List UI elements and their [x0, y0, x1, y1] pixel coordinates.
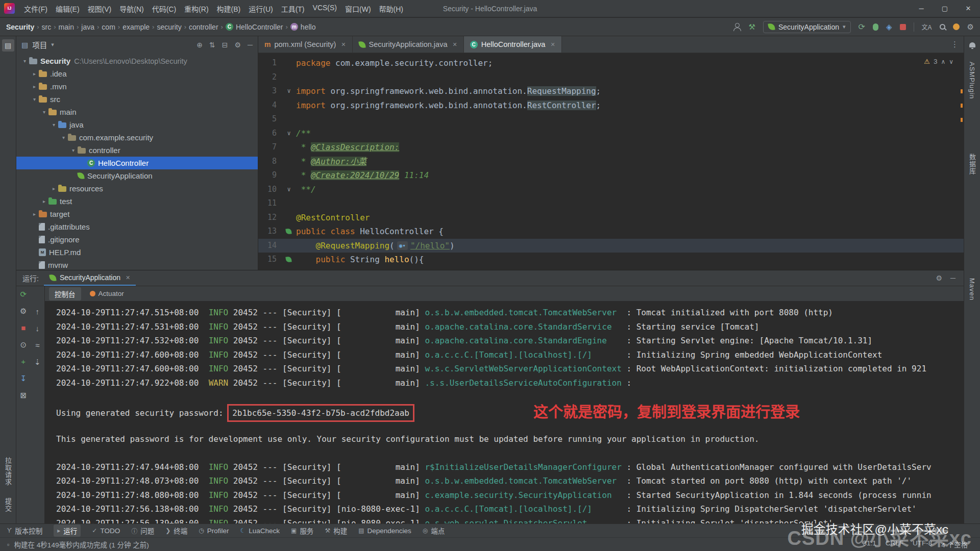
- minimize-button[interactable]: ─: [910, 0, 933, 17]
- expand-all-icon[interactable]: ⇅: [209, 41, 215, 49]
- dump-threads-icon[interactable]: ↧: [20, 374, 27, 383]
- run-tab[interactable]: SecurityApplication ✕: [44, 270, 136, 286]
- locate-file-icon[interactable]: ⊕: [197, 41, 203, 49]
- menu-item[interactable]: 运行(U): [244, 2, 277, 15]
- stop-icon[interactable]: ■: [21, 324, 26, 332]
- update-notification-icon[interactable]: [953, 23, 960, 30]
- toolwindow-button-run[interactable]: ▸运行: [54, 524, 81, 537]
- tree-item-securityapplication[interactable]: SecurityApplication: [16, 169, 258, 182]
- menu-item[interactable]: 重构(R): [180, 2, 212, 15]
- close-tab-icon[interactable]: ✕: [452, 41, 457, 48]
- run-settings-gear-icon[interactable]: ⚙: [936, 274, 943, 282]
- toolwindow-button-profiler[interactable]: ◷Profiler: [199, 527, 229, 535]
- menu-item[interactable]: 导航(N): [115, 2, 148, 15]
- coverage-icon[interactable]: ◈: [886, 22, 892, 32]
- rerun-application-button[interactable]: ⟳: [859, 22, 865, 32]
- right-strip-label[interactable]: Maven: [968, 278, 976, 300]
- toolwindow-button-build[interactable]: ⚒构建: [325, 525, 347, 536]
- rerun-icon[interactable]: ⟳: [20, 290, 27, 298]
- menu-item[interactable]: 构建(B): [213, 2, 245, 15]
- project-tool-button[interactable]: ▤: [2, 39, 14, 52]
- tree-item--gitignore[interactable]: .gitignore: [16, 233, 258, 246]
- menu-item[interactable]: 文件(F): [20, 2, 52, 15]
- breadcrumb-item[interactable]: java: [81, 23, 94, 31]
- toolwindow-button-dependencies[interactable]: ▤Dependencies: [358, 527, 411, 535]
- tree-item-security[interactable]: ▾SecurityC:\Users\Lenovo\Desktop\Securit…: [16, 55, 258, 67]
- editor-tab[interactable]: SecurityApplication.java✕: [353, 36, 464, 53]
- menu-item[interactable]: 代码(C): [148, 2, 180, 15]
- search-everywhere-icon[interactable]: [940, 24, 945, 30]
- toolwindow-corner-icon[interactable]: ▫: [7, 541, 10, 548]
- close-tab-icon[interactable]: ✕: [341, 41, 346, 48]
- console-tab[interactable]: Actuator: [84, 288, 130, 299]
- inspections-widget[interactable]: ⚠ 3 ∧ ∨: [924, 58, 953, 65]
- editor-tab[interactable]: CHelloController.java✕: [464, 36, 562, 53]
- edit-configuration-icon[interactable]: ⚙: [20, 307, 27, 315]
- spring-bean-gutter-icon[interactable]: [285, 256, 291, 262]
- menu-item[interactable]: 窗口(W): [341, 2, 375, 15]
- close-tab-icon[interactable]: ✕: [126, 274, 130, 281]
- user-profile-icon[interactable]: [733, 23, 741, 31]
- left-strip-label[interactable]: 拉取请求: [3, 457, 13, 486]
- tree-item--mvn[interactable]: ▸.mvn: [16, 80, 258, 93]
- notifications-bell-icon[interactable]: [969, 42, 975, 47]
- left-strip-label[interactable]: 提交: [3, 498, 13, 512]
- tree-item-mvnw[interactable]: mvnw: [16, 259, 258, 270]
- tree-item-main[interactable]: ▾main: [16, 106, 258, 118]
- close-tab-icon[interactable]: ✕: [550, 41, 555, 48]
- breadcrumb-item[interactable]: security: [157, 23, 181, 31]
- right-strip-label[interactable]: 数据库: [967, 154, 977, 175]
- screenshot-icon[interactable]: ⊙: [20, 341, 27, 349]
- breadcrumb-item[interactable]: CHelloController: [226, 23, 283, 31]
- console-output[interactable]: 2024-10-29T11:27:47.515+08:00 INFO 20452…: [45, 302, 964, 523]
- breadcrumb-item[interactable]: main: [59, 23, 74, 31]
- menu-item[interactable]: 帮助(H): [375, 2, 407, 15]
- debug-bug-icon[interactable]: [873, 23, 878, 31]
- console-tab[interactable]: 控制台: [49, 287, 81, 300]
- close-button[interactable]: ✕: [957, 0, 980, 17]
- translate-icon[interactable]: 文A: [922, 22, 932, 31]
- maximize-button[interactable]: ▢: [933, 0, 957, 17]
- toolwindow-button-services[interactable]: ▣服务: [291, 525, 313, 536]
- tree-item-help-md[interactable]: MHELP.md: [16, 246, 258, 259]
- right-strip-label[interactable]: ASMPlugin: [968, 62, 976, 99]
- down-stack-trace-icon[interactable]: ↓: [36, 324, 40, 333]
- menu-item[interactable]: 工具(T): [277, 2, 309, 15]
- tree-item--idea[interactable]: ▸.idea: [16, 67, 258, 80]
- tree-item-target[interactable]: ▸target: [16, 208, 258, 220]
- breadcrumb-item[interactable]: Security: [6, 23, 34, 31]
- scroll-to-end-icon[interactable]: ⇣: [34, 358, 41, 366]
- tree-item-src[interactable]: ▾src: [16, 93, 258, 106]
- toolwindow-button-problems[interactable]: ⓘ问题: [131, 525, 154, 536]
- menu-item[interactable]: 编辑(E): [52, 2, 84, 15]
- tree-item-java[interactable]: ▾java: [16, 118, 258, 131]
- up-stack-trace-icon[interactable]: ↑: [36, 308, 40, 316]
- soft-wrap-icon[interactable]: ≈: [35, 341, 39, 349]
- prev-problem-icon[interactable]: ∧: [941, 58, 945, 65]
- code-area[interactable]: 1package com.example.security.controller…: [258, 53, 964, 270]
- breadcrumb-item[interactable]: com: [102, 23, 115, 31]
- breadcrumb-item[interactable]: example: [122, 23, 150, 31]
- toolwindow-button-endpoints[interactable]: ◎端点: [423, 525, 445, 536]
- spring-bean-gutter-icon[interactable]: [285, 228, 291, 234]
- panel-settings-icon[interactable]: ⚙: [235, 41, 241, 49]
- menu-item[interactable]: VCS(S): [309, 2, 341, 15]
- next-problem-icon[interactable]: ∨: [949, 58, 953, 65]
- toolwindow-button-todo[interactable]: ✓TODO: [92, 527, 120, 535]
- tree-item-resources[interactable]: ▸resources: [16, 182, 258, 195]
- breadcrumb-item[interactable]: src: [42, 23, 52, 31]
- run-config-selector[interactable]: SecurityApplication ▾: [763, 21, 851, 33]
- tree-item-com-example-security[interactable]: ▾com.example.security: [16, 131, 258, 144]
- breadcrumb-item[interactable]: controller: [189, 23, 218, 31]
- tab-options-icon[interactable]: ⋮: [951, 40, 959, 49]
- tree-item-test[interactable]: ▸test: [16, 195, 258, 208]
- toolwindow-button-luacheck[interactable]: ☾LuaCheck: [240, 527, 280, 535]
- toolwindow-button-version-control[interactable]: ϒ版本控制: [7, 525, 42, 536]
- settings-gear-icon[interactable]: ⚙: [967, 22, 974, 32]
- url-inlay-icon[interactable]: ◉▾: [397, 241, 408, 250]
- minimize-panel-icon[interactable]: ─: [950, 274, 955, 282]
- collapse-all-icon[interactable]: ⊟: [222, 41, 228, 49]
- coverage-icon[interactable]: +: [21, 358, 26, 366]
- toolwindow-button-terminal[interactable]: ❯终端: [165, 525, 187, 536]
- tree-item--gitattributes[interactable]: .gitattributes: [16, 220, 258, 233]
